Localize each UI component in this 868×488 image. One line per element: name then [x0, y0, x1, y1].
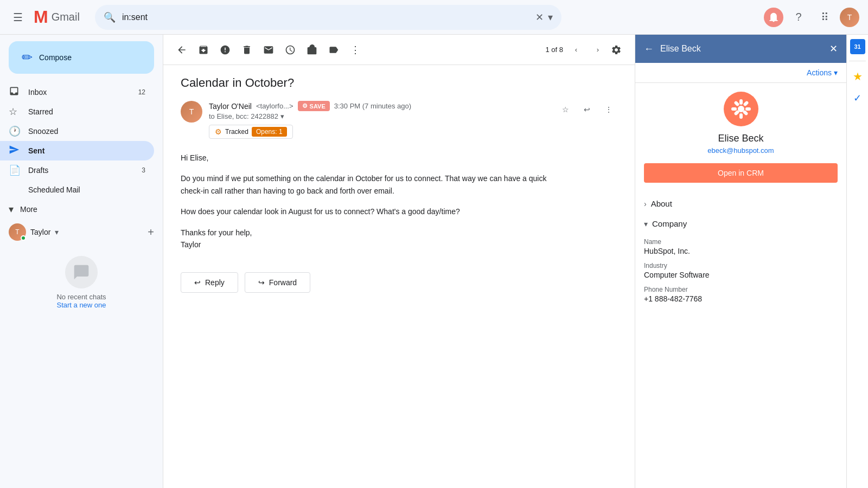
search-dropdown-button[interactable]: ▾ [548, 11, 553, 23]
report-spam-button[interactable] [215, 40, 235, 60]
user-avatar[interactable]: T [840, 8, 859, 27]
panel-back-button[interactable]: ← [644, 43, 654, 55]
sidebar-divider [849, 61, 866, 61]
back-button[interactable] [172, 40, 192, 60]
actions-chevron-icon: ▾ [834, 68, 838, 77]
apps-button[interactable]: ⠿ [814, 7, 835, 28]
hubspot-save-icon: ⚙ [302, 102, 308, 110]
email-time: 3:30 PM (7 minutes ago) [334, 102, 411, 110]
online-dot [21, 235, 26, 241]
search-input[interactable] [122, 12, 531, 22]
notification-badge[interactable] [764, 8, 783, 27]
sidebar-item-snoozed[interactable]: 🕐 Snoozed [0, 121, 154, 141]
hamburger-menu-button[interactable]: ☰ [9, 7, 27, 28]
star-message-button[interactable]: ☆ [557, 101, 574, 118]
tracked-badge: ⚙ Tracked Opens: 1 [209, 125, 293, 139]
sender-avatar: T [181, 101, 202, 123]
email-area: ⋮ 1 of 8 ‹ › Calendar in October? T Tayl… [163, 35, 635, 488]
inbox-count: 12 [138, 88, 145, 96]
sent-icon [9, 144, 22, 158]
account-chevron-icon: ▾ [55, 228, 59, 236]
move-to-button[interactable] [302, 40, 322, 60]
no-recent-chats-text: No recent chats [9, 293, 154, 301]
contact-center: Elise Beck ebeck@hubspot.com Open in CRM [644, 92, 838, 183]
chat-section: No recent chats Start a new one [0, 245, 163, 320]
company-name-row: Name HubSpot, Inc. [644, 238, 838, 255]
sidebar-item-inbox[interactable]: Inbox 12 [0, 82, 154, 102]
save-badge[interactable]: ⚙ SAVE [298, 101, 330, 111]
sidebar-item-drafts[interactable]: 📄 Drafts 3 [0, 160, 154, 180]
email-meta: Taylor O'Neil <taylorfo...> ⚙ SAVE 3:30 … [209, 101, 557, 139]
panel-content: Elise Beck ebeck@hubspot.com Open in CRM… [635, 83, 846, 488]
search-clear-button[interactable]: ✕ [535, 11, 544, 23]
more-actions-button[interactable]: ⋮ [346, 40, 365, 60]
expand-recipients-button[interactable]: ▾ [280, 112, 284, 120]
gmail-text: Gmail [52, 11, 80, 23]
phone-label: Phone Number [644, 286, 838, 293]
add-account-button[interactable]: + [148, 226, 154, 239]
sidebar-item-starred[interactable]: ☆ Starred [0, 102, 154, 121]
reply-button[interactable]: ↩ Reply [181, 272, 238, 293]
check-circle-icon[interactable]: ✓ [849, 89, 866, 107]
mark-unread-button[interactable] [259, 40, 278, 60]
open-in-crm-button[interactable]: Open in CRM [644, 163, 838, 183]
sidebar-item-more[interactable]: ▾ More [0, 200, 163, 219]
pagination: 1 of 8 ‹ › [545, 41, 607, 59]
industry-value: Computer Software [644, 271, 838, 279]
account-name: Taylor [30, 228, 50, 236]
right-panel: ← Elise Beck ✕ Actions ▾ [635, 35, 846, 488]
account-avatar: T [9, 223, 26, 241]
email-body: Hi Elise, Do you mind if we put somethin… [181, 147, 560, 264]
sidebar-item-scheduled[interactable]: Scheduled Mail [0, 180, 154, 200]
sender-email: <taylorfo...> [256, 102, 293, 110]
actions-dropdown-button[interactable]: Actions ▾ [807, 68, 838, 77]
start-new-chat-link[interactable]: Start a new one [9, 301, 154, 309]
svg-rect-7 [743, 100, 749, 106]
next-page-button[interactable]: › [589, 41, 607, 59]
company-label: Company [652, 219, 687, 228]
email-paragraph-1: Do you mind if we put something on the c… [181, 172, 560, 197]
more-message-actions-button[interactable]: ⋮ [600, 101, 617, 118]
settings-button[interactable] [607, 40, 626, 60]
svg-rect-5 [733, 100, 739, 106]
email-view: Calendar in October? T Taylor O'Neil <ta… [163, 65, 635, 488]
company-section-header[interactable]: ▾ Company [644, 214, 838, 234]
inbox-label: Inbox [28, 88, 138, 97]
sidebar: ✏ Compose Inbox 12 ☆ Starred 🕐 Snoozed S… [0, 35, 163, 488]
tracking-icon: ⚙ [215, 127, 222, 136]
panel-close-button[interactable]: ✕ [829, 43, 838, 55]
forward-label: Forward [269, 278, 297, 287]
star-icon[interactable]: ★ [849, 68, 866, 85]
drafts-label: Drafts [28, 166, 142, 175]
snooze-button[interactable] [280, 40, 300, 60]
svg-rect-2 [739, 113, 743, 119]
sidebar-item-sent[interactable]: Sent [0, 141, 154, 160]
compose-button[interactable]: ✏ Compose [9, 41, 154, 74]
about-chevron-icon: › [644, 200, 647, 208]
more-label: More [20, 205, 37, 214]
far-right-sidebar: 31 ★ ✓ [846, 35, 868, 488]
contact-email: ebeck@hubspot.com [644, 146, 838, 155]
archive-button[interactable] [194, 40, 213, 60]
starred-label: Starred [28, 107, 145, 116]
gmail-m-icon: M [34, 7, 48, 27]
company-details: Name HubSpot, Inc. Industry Computer Sof… [644, 234, 838, 314]
drafts-icon: 📄 [9, 164, 22, 176]
sent-label: Sent [28, 146, 145, 155]
email-toolbar: ⋮ 1 of 8 ‹ › [163, 35, 635, 65]
label-button[interactable] [324, 40, 343, 60]
help-button[interactable]: ? [788, 7, 809, 28]
panel-header: ← Elise Beck ✕ [635, 35, 846, 63]
topbar: ☰ M Gmail 🔍 ✕ ▾ ? ⠿ T [0, 0, 868, 35]
prev-page-button[interactable]: ‹ [567, 41, 585, 59]
email-header: T Taylor O'Neil <taylorfo...> ⚙ SAVE 3:3… [181, 101, 617, 139]
reply-message-button[interactable]: ↩ [578, 101, 596, 118]
compose-plus-icon: ✏ [22, 50, 33, 65]
email-signature: Thanks for your help, Taylor [181, 227, 560, 251]
delete-button[interactable] [237, 40, 257, 60]
forward-button[interactable]: ↪ Forward [245, 272, 310, 293]
forward-icon: ↪ [258, 278, 265, 287]
email-to-line: to Elise, bcc: 2422882 ▾ [209, 112, 557, 120]
about-section-header[interactable]: › About [644, 194, 838, 214]
google-calendar-icon[interactable]: 31 [850, 39, 865, 54]
